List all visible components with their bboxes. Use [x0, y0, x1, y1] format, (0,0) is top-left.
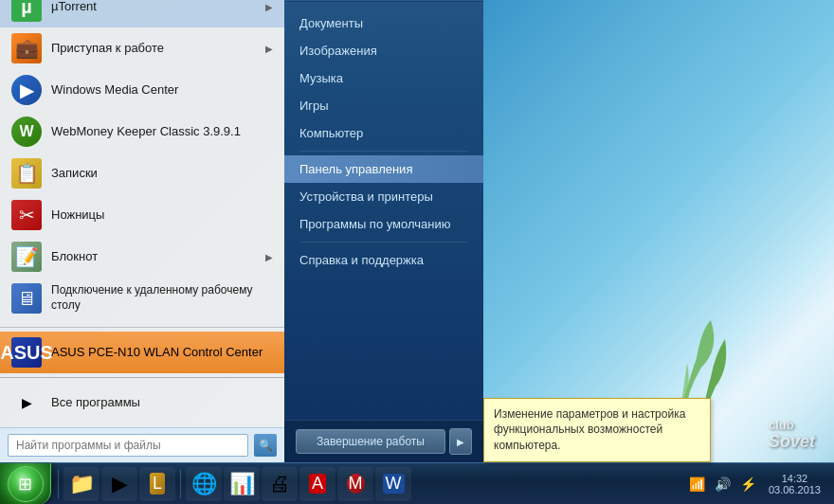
search-input[interactable]: [8, 434, 248, 457]
excel-icon: 📊: [229, 472, 255, 496]
start-item-webmoney[interactable]: W WebMoney Keeper Classic 3.9.9.1: [0, 111, 284, 153]
right-menu-games[interactable]: Игры: [284, 92, 483, 119]
notes-icon: 📋: [11, 158, 42, 189]
scissors-label: Ножницы: [51, 207, 273, 224]
start-menu-right: User Документы Изображения Музыка Игры К…: [284, 0, 483, 462]
tray-battery-icon[interactable]: ⚡: [737, 475, 759, 494]
start-button[interactable]: ⊞: [0, 463, 51, 505]
clock-time: 14:32: [769, 473, 821, 484]
webmoney-icon: W: [11, 117, 42, 147]
start-item-asus[interactable]: ASUS ASUS PCE-N10 WLAN Control Center: [0, 332, 284, 373]
explorer-icon: 📁: [69, 472, 95, 496]
rdp-label: Подключение к удаленному рабочему столу: [51, 283, 273, 313]
search-box: 🔍: [0, 427, 284, 462]
right-menu-help[interactable]: Справка и поддержка: [284, 246, 483, 274]
tray-network-icon[interactable]: 📶: [686, 475, 708, 494]
start-item-notes[interactable]: 📋 Записки: [0, 153, 284, 194]
asus-label: ASUS PCE-N10 WLAN Control Center: [51, 345, 273, 361]
taskbar: ⊞ 📁 ▶ L 🌐 📊 🖨: [0, 462, 834, 504]
taskbar-separator-2: [180, 470, 181, 498]
antivirus-icon: M: [347, 474, 365, 494]
start-item-work[interactable]: 💼 Приступая к работе ▶: [0, 27, 284, 69]
notepad-label: Блокнот: [51, 249, 256, 265]
media-player-icon: ▶: [112, 472, 128, 496]
work-label: Приступая к работе: [51, 41, 256, 57]
right-menu-control-panel[interactable]: Панель управления: [284, 155, 483, 183]
taskbar-unknown[interactable]: 🖨: [262, 467, 298, 501]
start-item-scissors[interactable]: ✂ Ножницы: [0, 194, 284, 236]
start-menu: 🎨 Paint ▶ µ µTorrent ▶ 💼 Приступая к раб…: [0, 0, 483, 462]
right-menu-divider2: [299, 242, 468, 243]
taskbar-word[interactable]: W: [375, 467, 411, 501]
control-panel-tooltip: Изменение параметров и настройка функцио…: [483, 398, 711, 462]
right-menu-documents[interactable]: Документы: [284, 9, 483, 37]
windows-orb: ⊞: [8, 466, 44, 502]
utorrent-label: µTorrent: [51, 0, 256, 14]
utorrent-icon: µ: [11, 0, 42, 22]
acrobat-icon: A: [309, 474, 326, 494]
tray-volume-icon[interactable]: 🔊: [712, 475, 734, 494]
notepad-arrow: ▶: [265, 252, 273, 262]
taskbar-antivirus[interactable]: M: [337, 467, 373, 501]
notes-label: Записки: [51, 166, 273, 182]
start-item-utorrent[interactable]: µ µTorrent ▶: [0, 0, 284, 27]
system-tray: 📶 🔊 ⚡ 14:32 03.06.2013: [686, 471, 834, 497]
taskbar-media-player[interactable]: ▶: [101, 467, 137, 501]
taskbar-acrobat[interactable]: A: [299, 467, 335, 501]
utorrent-arrow: ▶: [265, 2, 273, 12]
right-menu-computer[interactable]: Компьютер: [284, 119, 483, 147]
all-programs-section: ASUS ASUS PCE-N10 WLAN Control Center ▶ …: [0, 328, 284, 427]
start-item-rdp[interactable]: 🖥 Подключение к удаленному рабочему стол…: [0, 278, 284, 319]
all-programs-icon: ▶: [11, 387, 42, 418]
all-programs-label: Все программы: [51, 395, 273, 411]
scissors-icon: ✂: [11, 200, 42, 230]
watermark: club Sovet: [769, 418, 815, 452]
taskbar-separator-1: [58, 470, 59, 498]
shutdown-arrow-button[interactable]: ▶: [449, 428, 472, 455]
right-menu-music[interactable]: Музыка: [284, 64, 483, 92]
pinned-apps: 🎨 Paint ▶ µ µTorrent ▶ 💼 Приступая к раб…: [0, 0, 284, 328]
rdp-icon: 🖥: [11, 283, 42, 314]
shutdown-button[interactable]: Завершение работы: [296, 429, 445, 454]
taskbar-chrome[interactable]: 🌐: [186, 467, 222, 501]
unknown-icon: 🖨: [269, 472, 290, 496]
start-menu-left: 🎨 Paint ▶ µ µTorrent ▶ 💼 Приступая к раб…: [0, 0, 284, 462]
taskbar-library[interactable]: L: [139, 467, 175, 501]
search-button[interactable]: 🔍: [254, 434, 277, 457]
right-menu-default-programs[interactable]: Программы по умолчанию: [284, 210, 483, 238]
system-clock[interactable]: 14:32 03.06.2013: [763, 471, 826, 497]
asus-icon: ASUS: [11, 337, 42, 368]
taskbar-items: 📁 ▶ L 🌐 📊 🖨 A M: [51, 463, 415, 504]
right-menu-items: Документы Изображения Музыка Игры Компью…: [284, 2, 483, 420]
chrome-icon: 🌐: [191, 472, 217, 496]
work-icon: 💼: [11, 33, 42, 63]
webmoney-label: WebMoney Keeper Classic 3.9.9.1: [51, 124, 273, 140]
taskbar-explorer[interactable]: 📁: [63, 467, 100, 501]
desktop: club Sovet 🎨 Paint ▶ µ µTorrent ▶ 💼 Пр: [0, 0, 834, 504]
start-item-wmc[interactable]: ▶ Windows Media Center: [0, 69, 284, 111]
all-programs-item[interactable]: ▶ Все программы: [0, 382, 284, 423]
windows-logo-icon: ⊞: [18, 474, 32, 495]
wmc-label: Windows Media Center: [51, 82, 273, 99]
clock-date: 03.06.2013: [769, 484, 821, 495]
shutdown-section: Завершение работы ▶: [284, 420, 483, 462]
wmc-icon: ▶: [11, 75, 42, 105]
right-menu-devices[interactable]: Устройства и принтеры: [284, 183, 483, 210]
notepad-icon: 📝: [11, 242, 42, 272]
library-icon: L: [150, 473, 165, 495]
taskbar-excel[interactable]: 📊: [224, 467, 260, 501]
start-item-notepad[interactable]: 📝 Блокнот ▶: [0, 236, 284, 278]
word-icon: W: [383, 474, 405, 494]
work-arrow: ▶: [265, 44, 273, 54]
right-menu-divider1: [299, 151, 468, 152]
right-menu-images[interactable]: Изображения: [284, 37, 483, 64]
